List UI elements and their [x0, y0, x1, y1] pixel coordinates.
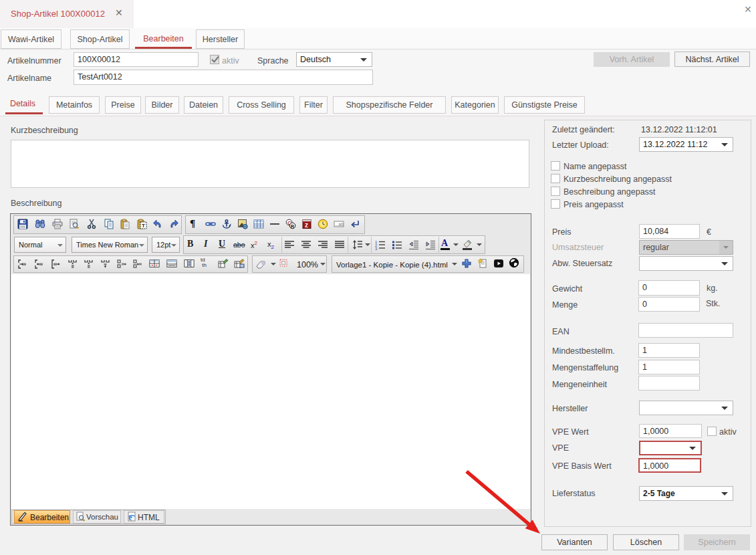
svg-text:3: 3 — [375, 247, 378, 250]
svg-text:z: z — [305, 221, 308, 229]
svg-text:...ab: ...ab — [335, 222, 344, 227]
svg-text:T: T — [142, 223, 145, 229]
svg-text:e: e — [129, 513, 133, 522]
svg-text:R: R — [291, 223, 295, 229]
